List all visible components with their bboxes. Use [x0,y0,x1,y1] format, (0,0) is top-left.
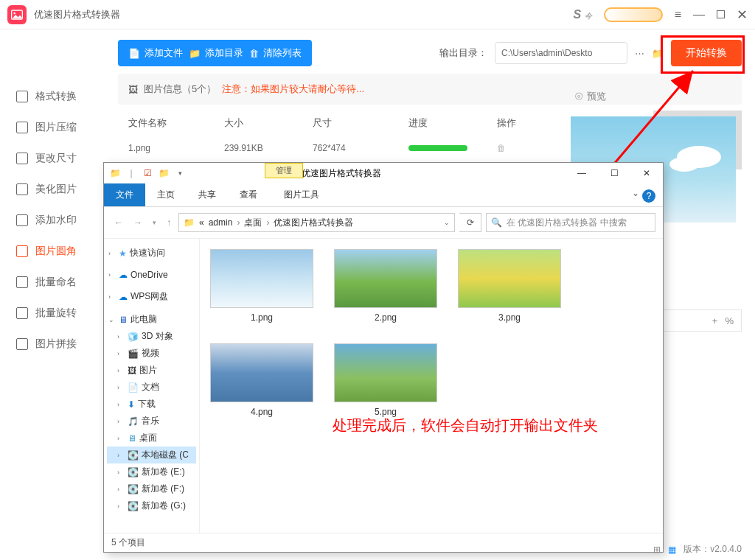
col-size: 大小 [224,116,313,130]
info-count: 图片信息（5个） [144,83,216,96]
plus-button[interactable]: + [712,315,718,326]
tree-item[interactable]: ›🖥桌面 [107,430,196,447]
file-item[interactable]: 5.png [334,343,437,417]
preview-header: ⦾预览 [565,83,742,111]
explorer-maximize[interactable]: ☐ [598,163,630,183]
view-list-icon[interactable]: ⊞ [653,545,661,555]
tree-item[interactable]: ›💽新加卷 (G:) [107,497,196,514]
maximize-icon[interactable] [717,10,725,18]
cell-name: 1.png [128,143,224,153]
minimize-icon[interactable]: — [693,8,705,21]
output-path-input[interactable] [495,42,627,64]
round-icon [16,245,28,257]
explorer-minimize[interactable]: — [566,163,598,183]
sidebar-item-join[interactable]: 图片拼接 [0,329,111,360]
explorer-tab-home[interactable]: 主页 [145,183,187,206]
sidebar-item-resize[interactable]: 更改尺寸 [0,143,111,174]
cell-prog [408,145,497,151]
qat-check-icon[interactable]: ☑ [141,167,154,180]
file-item[interactable]: 4.png [210,343,313,417]
rename-icon [16,276,28,288]
sidebar-item-round[interactable]: 图片圆角 [0,236,111,267]
nav-forward[interactable]: → [131,217,145,228]
explorer-file-tab[interactable]: 文件 [104,183,145,206]
compress-icon [16,122,28,133]
tree-quick-access[interactable]: ›★快速访问 [107,245,196,262]
cell-size: 239.91KB [224,143,313,153]
refresh-button[interactable]: ⟳ [459,213,481,232]
delete-row-button[interactable]: 🗑 [497,143,541,153]
convert-icon [16,91,28,102]
col-prog: 进度 [408,116,497,130]
explorer-tree[interactable]: ›★快速访问 ›☁OneDrive ›☁WPS网盘 ⌄🖥此电脑 ›🧊3D 对象 … [104,239,200,533]
file-item[interactable]: 2.png [334,249,437,323]
thumbnail [334,249,437,308]
sidebar-item-rotate[interactable]: 批量旋转 [0,298,111,329]
join-icon [16,338,28,350]
tree-item[interactable]: ›🖼图片 [107,362,196,379]
menu-icon[interactable]: ≡ [675,8,681,21]
path-folder-icon: 📁 [184,217,195,228]
tree-item[interactable]: ›⬇下载 [107,396,196,413]
sidebar-item-watermark[interactable]: 添加水印 [0,205,111,236]
explorer-tab-tools[interactable]: 图片工具 [272,183,331,206]
explorer-titlebar[interactable]: 📁 | ☑ 📁 ▾ 优速图片格式转换器 — ☐ ✕ [104,163,663,183]
nav-back[interactable]: ← [111,217,126,228]
tree-thispc[interactable]: ⌄🖥此电脑 [107,311,196,328]
title-bar: 优速图片格式转换器 S 今 ≡ — ✕ [0,0,755,29]
tree-item[interactable]: ›💽新加卷 (F:) [107,480,196,497]
sidebar-item-beautify[interactable]: 美化图片 [0,174,111,205]
qat-folder-icon[interactable]: 📁 [157,167,170,180]
search-input[interactable]: 🔍 在 优速图片格式转换器 中搜索 [486,213,655,232]
tree-item[interactable]: ›🎵音乐 [107,413,196,430]
nav-up[interactable]: ↑ [164,217,174,228]
path-dropdown[interactable]: ⌄ [444,219,450,226]
thumbnail [334,343,437,402]
tree-item[interactable]: ›📄文档 [107,379,196,396]
folder-qat-icon[interactable]: 📁 [108,167,122,180]
tree-item[interactable]: ›💽新加卷 (E:) [107,463,196,480]
sidebar-item-compress[interactable]: 图片压缩 [0,112,111,143]
tree-item-selected[interactable]: ›💽本地磁盘 (C [107,447,196,463]
explorer-window: 管理 📁 | ☑ 📁 ▾ 优速图片格式转换器 — ☐ ✕ 文件 主页 共享 查看… [103,162,664,553]
explorer-context-tab[interactable]: 管理 [265,163,303,178]
browse-button[interactable]: ⋯ [635,48,644,59]
tree-item[interactable]: ›🎬视频 [107,345,196,362]
cloud-shape [669,157,699,172]
annotation-text: 处理完成后，软件会自动打开输出文件夹 [333,416,598,435]
tree-item[interactable]: ›🧊3D 对象 [107,328,196,345]
explorer-tab-view[interactable]: 查看 [228,183,269,206]
progress-bar [408,145,467,151]
sidebar-item-rename[interactable]: 批量命名 [0,267,111,298]
explorer-help-icon[interactable]: ? [642,189,655,203]
thumbnail [210,249,313,308]
beautify-icon [16,183,28,195]
open-folder-button[interactable]: 📁 [652,48,664,59]
address-path[interactable]: 📁 « admin› 桌面› 优速图片格式转换器 ⌄ [178,213,455,232]
close-icon[interactable]: ✕ [737,7,748,23]
add-dir-button[interactable]: 📁添加目录 [189,46,243,60]
s-icon[interactable]: S 今 [574,8,592,21]
tree-onedrive[interactable]: ›☁OneDrive [107,267,196,282]
explorer-file-area[interactable]: 1.png 2.png 3.png 4.png 5.png 处理完成后，软件会自… [200,239,663,533]
explorer-tab-share[interactable]: 共享 [187,183,228,206]
col-op: 操作 [497,116,541,130]
sidebar-item-format[interactable]: 格式转换 [0,81,111,112]
file-item[interactable]: 1.png [210,249,313,323]
clear-list-button[interactable]: 🗑清除列表 [249,46,302,60]
file-item[interactable]: 3.png [458,249,561,323]
start-convert-button[interactable]: 开始转换 [671,40,742,66]
qat-dropdown[interactable]: ▾ [173,167,187,180]
image-icon: 🖼 [128,84,138,95]
add-file-button[interactable]: 📄添加文件 [128,46,183,60]
account-pill[interactable] [604,7,663,22]
thumbnail [458,249,561,308]
watermark-icon [16,214,28,226]
qat-divider: | [125,167,138,180]
tree-wps[interactable]: ›☁WPS网盘 [107,288,196,305]
app-logo [7,5,27,24]
percent-label: % [725,315,734,326]
explorer-close[interactable]: ✕ [630,163,663,183]
view-grid-icon[interactable]: ▦ [668,545,676,555]
nav-history[interactable]: ▾ [150,219,159,226]
